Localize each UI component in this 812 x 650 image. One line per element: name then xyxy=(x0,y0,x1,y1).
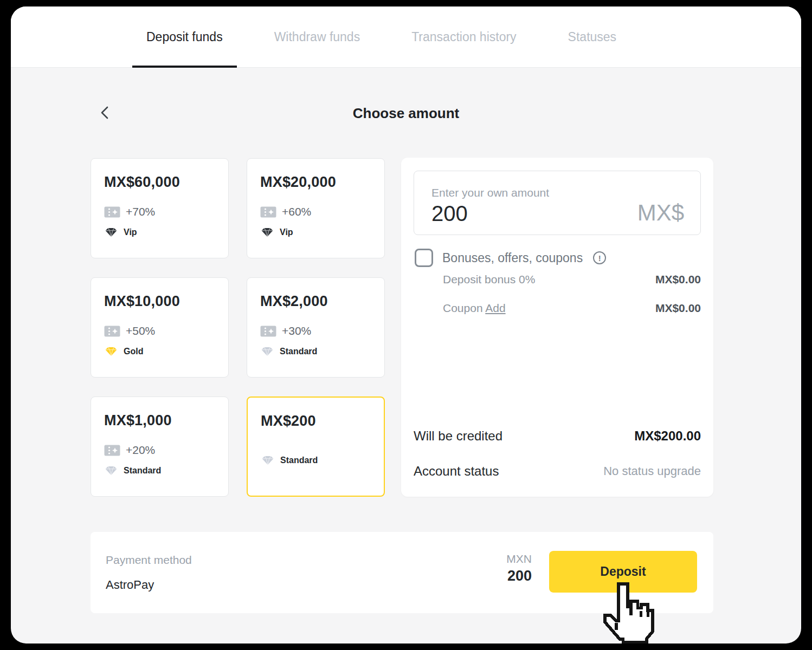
amount-card-2000[interactable]: MX$2,000 +30% Standard xyxy=(247,277,385,378)
own-amount-input[interactable] xyxy=(431,202,594,226)
status-tier-label: Vip xyxy=(280,227,293,237)
own-amount-field[interactable]: Enter your own amount MX$ xyxy=(414,171,701,235)
bonuses-checkbox[interactable] xyxy=(415,249,433,267)
bonus-percent: +20% xyxy=(126,444,155,457)
account-status-label: Account status xyxy=(414,464,499,479)
amount-label: MX$60,000 xyxy=(104,174,215,191)
tab-deposit-funds[interactable]: Deposit funds xyxy=(146,6,223,67)
bonus-ticket-icon xyxy=(104,206,120,218)
bonus-ticket-icon xyxy=(260,206,276,218)
bonus-ticket-icon xyxy=(104,326,120,337)
amount-label: MX$10,000 xyxy=(104,293,215,310)
bonus-ticket-icon xyxy=(260,326,276,337)
coupon-add-link[interactable]: Add xyxy=(485,302,505,314)
status-tier-label: Standard xyxy=(280,347,317,356)
amount-card-20000[interactable]: MX$20,000 +60% Vip xyxy=(247,158,385,258)
payment-bar: Payment method AstroPay MXN 200 Deposit xyxy=(91,532,713,613)
own-amount-label: Enter your own amount xyxy=(431,186,594,199)
payment-amount-value: 200 xyxy=(506,568,532,584)
status-tier-label: Gold xyxy=(124,347,143,356)
gold-gem-icon xyxy=(104,346,118,357)
deposit-bonus-label: Deposit bonus 0% xyxy=(443,273,535,286)
status-tier-label: Standard xyxy=(124,466,161,476)
bonus-percent: +60% xyxy=(282,205,311,218)
amount-card-10000[interactable]: MX$10,000 +50% Gold xyxy=(91,277,229,378)
amount-card-1000[interactable]: MX$1,000 +20% Standard xyxy=(91,396,229,497)
amount-label: MX$2,000 xyxy=(260,293,371,310)
payment-method-value: AstroPay xyxy=(106,578,154,592)
amount-card-60000[interactable]: MX$60,000 +70% Vip xyxy=(91,158,229,258)
standard-gem-icon xyxy=(261,455,275,466)
account-status-value: No status upgrade xyxy=(603,464,701,478)
deposit-details-panel: Enter your own amount MX$ Bonuses, offer… xyxy=(401,158,713,497)
deposit-widget: Deposit funds Withdraw funds Transaction… xyxy=(11,6,801,644)
coupon-value: MX$0.00 xyxy=(655,302,701,315)
amount-card-200-selected[interactable]: MX$200 Standard xyxy=(247,396,385,497)
tab-bar: Deposit funds Withdraw funds Transaction… xyxy=(11,6,801,68)
credited-label: Will be credited xyxy=(414,428,502,444)
standard-gem-icon xyxy=(260,346,274,357)
amount-label: MX$1,000 xyxy=(104,412,215,429)
status-tier-label: Standard xyxy=(280,456,318,465)
currency-suffix: MX$ xyxy=(637,200,684,226)
info-icon[interactable]: ! xyxy=(593,251,606,264)
credited-value: MX$200.00 xyxy=(634,428,701,444)
standard-gem-icon xyxy=(104,465,118,476)
amount-label: MX$200 xyxy=(261,413,371,430)
coupon-label: Coupon Add xyxy=(443,302,506,315)
deposit-bonus-value: MX$0.00 xyxy=(655,273,701,286)
bonus-percent: +70% xyxy=(126,205,155,218)
bonus-percent: +30% xyxy=(282,324,311,337)
bonus-percent: +50% xyxy=(126,324,155,337)
amount-label: MX$20,000 xyxy=(260,174,371,191)
tab-withdraw-funds[interactable]: Withdraw funds xyxy=(274,6,360,67)
vip-gem-icon xyxy=(104,227,118,238)
payment-method-label: Payment method xyxy=(106,554,192,567)
tab-statuses[interactable]: Statuses xyxy=(568,6,617,67)
bonus-ticket-icon xyxy=(104,445,120,456)
tab-transaction-history[interactable]: Transaction history xyxy=(411,6,516,67)
deposit-button[interactable]: Deposit xyxy=(549,551,697,593)
page-title: Choose amount xyxy=(11,105,801,122)
currency-code: MXN xyxy=(506,552,532,566)
vip-gem-icon xyxy=(260,227,274,238)
bonuses-label: Bonuses, offers, coupons xyxy=(442,251,583,265)
status-tier-label: Vip xyxy=(124,227,137,237)
payment-amount: MXN 200 xyxy=(506,552,532,584)
